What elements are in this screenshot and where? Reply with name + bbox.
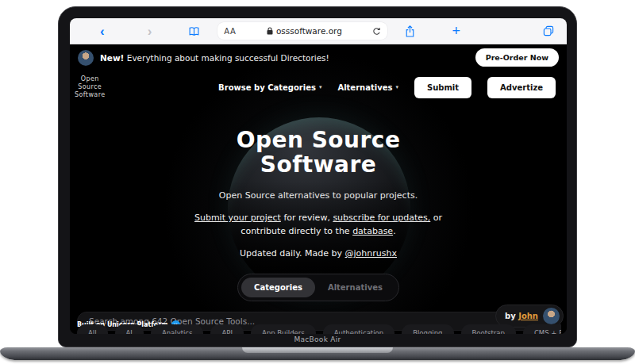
chevron-down-icon: ▾: [319, 84, 322, 90]
view-switcher: Categories Alternatives: [237, 274, 399, 301]
new-tab-button[interactable]: +: [452, 24, 502, 38]
macbook-base: [0, 347, 635, 360]
reading-list-button[interactable]: [188, 26, 200, 36]
hero-links-line: Submit your project for review, subscrib…: [171, 211, 465, 238]
browser-window: ‹ › AA: [70, 18, 567, 334]
updated-text: Updated daily. Made by: [240, 248, 345, 259]
menu-label: Browse by Categories: [218, 83, 316, 92]
submit-button[interactable]: Submit: [414, 77, 471, 98]
title-line-1: Open Source: [237, 127, 401, 153]
byline-prefix: by: [505, 312, 516, 320]
site-navbar: Open Source Software Browse by Categorie…: [70, 70, 567, 104]
menu-browse-by-categories[interactable]: Browse by Categories ▾: [218, 83, 321, 92]
banner-message: Everything about making successful Direc…: [127, 53, 329, 63]
chip-category[interactable]: Analytics: [151, 324, 204, 334]
links-text: for review,: [281, 213, 333, 223]
site-logo[interactable]: Open Source Software: [75, 75, 105, 99]
chevron-down-icon: ▾: [395, 84, 398, 90]
address-bar[interactable]: AA osssoftware.org: [217, 22, 387, 40]
menu-alternatives[interactable]: Alternatives ▾: [337, 83, 398, 92]
share-icon: [405, 25, 415, 37]
menu-label: Alternatives: [337, 83, 392, 92]
logo-line: Software: [75, 91, 105, 99]
reader-options-button[interactable]: AA: [224, 27, 236, 36]
refresh-button[interactable]: [372, 27, 381, 36]
banner-highlight: New!: [100, 53, 124, 63]
announcement-banner[interactable]: New! Everything about making successful …: [70, 44, 567, 70]
banner-text: New! Everything about making successful …: [100, 53, 329, 63]
url-display: osssoftware.org: [236, 26, 372, 36]
updated-line: Updated daily. Made by @johnrushx: [70, 248, 567, 259]
byline-text: by John: [505, 312, 538, 320]
chip-category[interactable]: Bootstrap: [461, 324, 516, 334]
nav-menu: Browse by Categories ▾ Alternatives ▾ Su…: [218, 77, 556, 98]
share-button[interactable]: [405, 25, 415, 37]
submit-project-link[interactable]: Submit your project: [194, 213, 281, 223]
macbook-screen-bezel: ‹ › AA: [58, 6, 577, 347]
logo-line: Source: [75, 83, 105, 91]
oss-site: New! Everything about making successful …: [70, 44, 567, 334]
macbook-air-label: MacBook Air: [59, 335, 576, 343]
title-line-2: Software: [260, 151, 377, 178]
hinge-notch: [242, 347, 393, 353]
lock-icon: [267, 27, 273, 35]
tab-alternatives[interactable]: Alternatives: [315, 278, 395, 297]
johnrushx-link[interactable]: @johnrushx: [345, 248, 397, 259]
back-button[interactable]: ‹: [100, 25, 105, 38]
subscribe-link[interactable]: subscribe for updates,: [333, 213, 430, 223]
chip-category[interactable]: All: [77, 324, 108, 334]
chip-category[interactable]: Blogging: [402, 324, 453, 334]
chip-category[interactable]: App Builders: [251, 324, 316, 334]
safari-toolbar: ‹ › AA: [70, 18, 567, 44]
pre-order-button[interactable]: Pre-Order Now: [475, 48, 559, 67]
forward-chevron-icon: ›: [148, 25, 152, 38]
links-text: .: [393, 226, 396, 236]
book-icon: [188, 26, 200, 36]
plus-icon: +: [452, 24, 460, 38]
back-chevron-icon: ‹: [100, 25, 105, 38]
page: ‹ › AA: [0, 0, 635, 364]
refresh-icon: [372, 27, 381, 36]
tabs-wrap: Categories Alternatives: [70, 274, 567, 301]
hero-subtitle: Open Source alternatives to popular proj…: [70, 190, 567, 201]
database-link[interactable]: database: [352, 226, 393, 236]
tabs-overview-icon: [543, 25, 554, 36]
chip-category[interactable]: API: [210, 324, 243, 334]
hero-section: Open Source Software Open Source alterna…: [70, 128, 567, 331]
tab-categories[interactable]: Categories: [241, 278, 315, 297]
chip-category[interactable]: Authentication: [323, 324, 394, 334]
tabs-button[interactable]: [543, 25, 554, 36]
category-chips-row: All AI Analytics API App Builders Authen…: [77, 324, 561, 334]
avatar: [78, 50, 94, 66]
chip-category[interactable]: CMS + Blogs: [523, 324, 561, 334]
logo-line: Open: [75, 75, 105, 83]
john-link[interactable]: John: [518, 312, 538, 320]
avatar: [543, 308, 560, 324]
chip-category[interactable]: AI: [115, 324, 144, 334]
url-text: osssoftware.org: [276, 26, 342, 36]
advertize-button[interactable]: Advertize: [487, 77, 556, 98]
page-title: Open Source Software: [70, 128, 567, 177]
forward-button[interactable]: ›: [148, 25, 152, 38]
